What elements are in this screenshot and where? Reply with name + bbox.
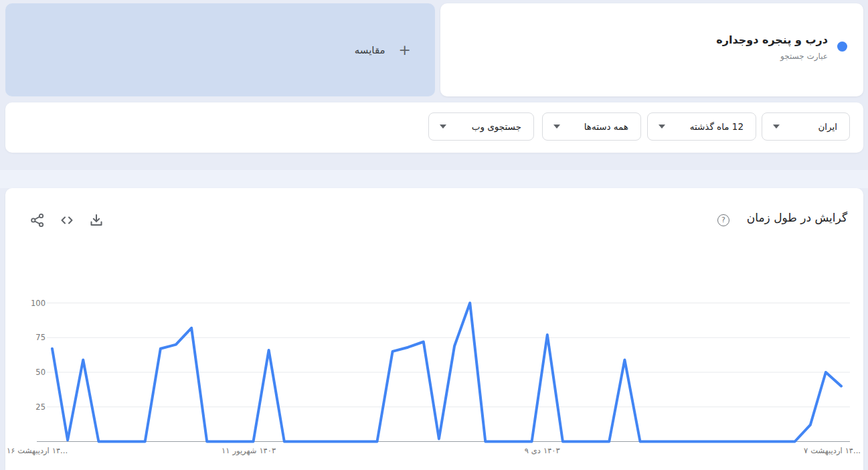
category-dropdown[interactable]: همه دسته‌ها [542, 112, 641, 141]
y-axis-label: 50 [24, 368, 46, 377]
google-trends-page: + مقایسه درب و پنجره دوجداره عبارت جستجو… [0, 0, 868, 470]
x-axis-label: ۷اردیبهشت۱۴... [804, 446, 861, 455]
x-axis-label: ۱۱شهریور۱۴۰۳ [222, 446, 276, 455]
y-axis-label: 100 [24, 299, 46, 308]
chevron-down-icon [440, 125, 446, 129]
chevron-down-icon [553, 125, 560, 129]
trend-svg[interactable] [5, 188, 863, 470]
series-color-dot [837, 42, 847, 52]
time-range-dropdown[interactable]: 12 ماه گذشته [647, 112, 756, 141]
add-comparison-card[interactable]: + مقایسه [5, 3, 435, 96]
trend-line-chart[interactable]: 100755025۱۶اردیبهشت۱۴...۱۱شهریور۱۴۰۳۹دی۱… [5, 188, 863, 470]
region-dropdown[interactable]: ایران [762, 112, 850, 141]
x-axis-label: ۱۶اردیبهشت۱۴... [7, 446, 68, 455]
y-axis-label: 75 [24, 333, 46, 342]
search-type-dropdown[interactable]: جستجوی وب [428, 112, 534, 141]
term-subtitle: عبارت جستجو [716, 52, 828, 61]
chevron-down-icon [659, 125, 665, 129]
search-term-card[interactable]: درب و پنجره دوجداره عبارت جستجو [440, 3, 863, 96]
x-axis-label: ۹دی۱۴۰۳ [525, 446, 560, 455]
filter-bar: ایران 12 ماه گذشته همه دسته‌ها جستجوی وب [5, 102, 863, 153]
chevron-down-icon [773, 125, 780, 129]
category-dropdown-label: همه دسته‌ها [584, 121, 628, 132]
term-title: درب و پنجره دوجداره [716, 33, 828, 48]
plus-icon: + [399, 43, 411, 58]
search-type-dropdown-label: جستجوی وب [472, 121, 521, 132]
time-range-dropdown-label: 12 ماه گذشته [690, 121, 744, 132]
compare-label: مقایسه [355, 44, 385, 56]
interest-over-time-card: گرایش در طول زمان ? [5, 188, 863, 470]
region-dropdown-label: ایران [818, 121, 837, 132]
term-text-block: درب و پنجره دوجداره عبارت جستجو [716, 33, 828, 61]
y-axis-label: 25 [24, 402, 46, 412]
background-band [0, 170, 868, 188]
